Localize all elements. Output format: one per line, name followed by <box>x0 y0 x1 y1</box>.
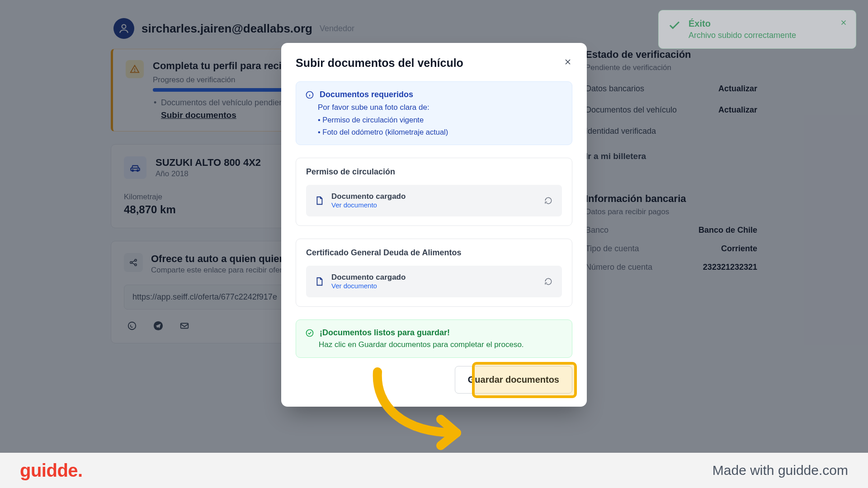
view-document-link[interactable]: Ver documento <box>331 282 377 290</box>
upload-documents-modal: Subir documentos del vehículo Documentos… <box>281 43 587 407</box>
doc-card-certificado: Certificado General Deuda de Alimentos D… <box>296 239 572 307</box>
refresh-button[interactable] <box>543 195 554 206</box>
doc-title: Permiso de circulación <box>306 167 562 177</box>
refresh-icon <box>544 197 552 205</box>
info-icon <box>305 90 314 99</box>
file-icon <box>314 196 324 206</box>
success-toast: Éxito Archivo subido correctamente <box>658 10 856 49</box>
check-icon <box>668 19 681 32</box>
close-icon <box>840 19 848 27</box>
doc-title: Certificado General Deuda de Alimentos <box>306 248 562 258</box>
doc-card-permiso: Permiso de circulación Documento cargado… <box>296 158 572 226</box>
required-item-1: • Permiso de circulación vigente <box>318 116 563 124</box>
toast-close-button[interactable] <box>839 18 849 28</box>
required-title: Documentos requeridos <box>320 90 413 99</box>
toast-title: Éxito <box>689 19 796 29</box>
modal-title: Subir documentos del vehículo <box>296 56 572 70</box>
footer: guidde. Made with guidde.com <box>0 453 868 488</box>
save-documents-button[interactable]: Guardar documentos <box>455 366 572 394</box>
file-icon <box>314 277 324 286</box>
close-icon <box>563 57 572 66</box>
doc-loaded-label: Documento cargado <box>331 273 406 282</box>
refresh-button[interactable] <box>543 276 554 287</box>
required-documents-box: Documentos requeridos Por favor sube una… <box>296 81 572 145</box>
toast-message: Archivo subido correctamente <box>689 31 796 40</box>
svg-point-12 <box>307 329 313 336</box>
view-document-link[interactable]: Ver documento <box>331 201 377 209</box>
required-subtitle: Por favor sube una foto clara de: <box>318 103 563 112</box>
refresh-icon <box>544 277 552 286</box>
modal-close-button[interactable] <box>561 56 574 68</box>
ready-to-save-box: ¡Documentos listos para guardar! Haz cli… <box>296 319 572 358</box>
made-with-label: Made with guidde.com <box>712 463 848 478</box>
check-circle-icon <box>305 328 314 338</box>
ready-subtitle: Haz clic en Guardar documentos para comp… <box>319 340 563 349</box>
required-item-2: • Foto del odómetro (kilometraje actual) <box>318 128 563 136</box>
doc-loaded-label: Documento cargado <box>331 192 406 201</box>
ready-title: ¡Documentos listos para guardar! <box>320 328 450 338</box>
guidde-logo: guidde. <box>20 460 83 481</box>
